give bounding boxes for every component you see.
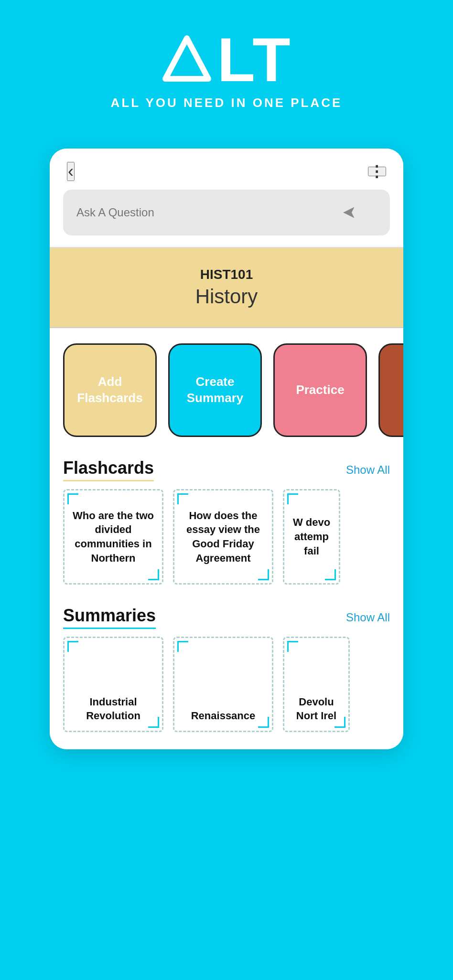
logo: LT	[161, 29, 292, 91]
flashcard-item-1[interactable]: Who are the two divided communities in N…	[63, 489, 163, 585]
phone-card: ‹ ⋮ HIST101 History Add Flashcards Creat…	[50, 149, 403, 749]
back-button[interactable]: ‹	[67, 162, 75, 181]
search-bar-container	[50, 190, 403, 247]
summaries-row: Industrial Revolution Renaissance Devolu…	[63, 637, 390, 749]
more-button[interactable]: ⋮	[368, 167, 386, 176]
logo-triangle-icon	[161, 33, 213, 86]
practice-button[interactable]: Practice	[273, 343, 367, 437]
flashcard-item-3[interactable]: W devo attemp fail	[283, 489, 340, 585]
logo-container: LT ALL YOU NEED IN ONE PLACE	[111, 29, 343, 110]
flashcard-item-2[interactable]: How does the essay view the Good Friday …	[173, 489, 273, 585]
summary-item-2[interactable]: Renaissance	[173, 637, 273, 732]
course-code: HIST101	[63, 267, 390, 282]
summary-item-1[interactable]: Industrial Revolution	[63, 637, 163, 732]
add-flashcards-button[interactable]: Add Flashcards	[63, 343, 157, 437]
create-summary-button[interactable]: Create Summary	[168, 343, 262, 437]
flashcards-title: Flashcards	[63, 458, 154, 481]
flashcards-show-all[interactable]: Show All	[346, 463, 390, 477]
course-name: History	[63, 285, 390, 308]
summaries-section-header: Summaries Show All	[63, 596, 390, 637]
logo-lt: LT	[217, 29, 292, 91]
search-bar-wrapper	[63, 190, 390, 235]
course-header: HIST101 History	[50, 247, 403, 327]
search-input[interactable]	[76, 206, 336, 219]
flashcards-row: Who are the two divided communities in N…	[63, 489, 390, 596]
send-icon	[340, 204, 357, 221]
extra-button[interactable]	[378, 343, 403, 437]
action-buttons-row: Add Flashcards Create Summary Practice	[50, 328, 403, 448]
summaries-show-all[interactable]: Show All	[346, 611, 390, 624]
content-area: Flashcards Show All Who are the two divi…	[50, 448, 403, 749]
summary-item-3[interactable]: Devolu Nort Irel	[283, 637, 350, 732]
send-button[interactable]	[336, 200, 361, 225]
header-area: LT ALL YOU NEED IN ONE PLACE	[0, 0, 453, 139]
summaries-title: Summaries	[63, 606, 156, 629]
tagline: ALL YOU NEED IN ONE PLACE	[111, 96, 343, 110]
flashcards-section-header: Flashcards Show All	[63, 448, 390, 489]
top-bar: ‹ ⋮	[50, 149, 403, 190]
